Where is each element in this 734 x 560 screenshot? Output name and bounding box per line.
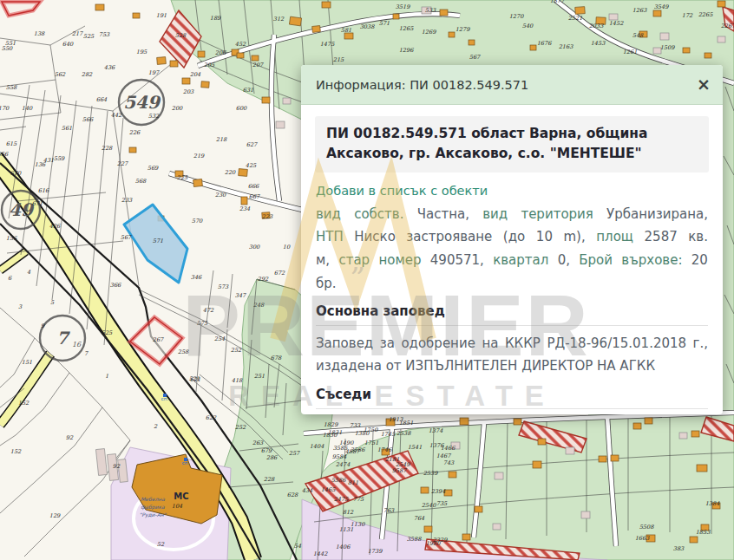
svg-text:556: 556 <box>0 151 9 158</box>
svg-text:567: 567 <box>121 234 132 241</box>
order-text: Заповед за одобрение на КККР РД-18-96/15… <box>316 333 708 378</box>
svg-text:753: 753 <box>99 31 110 38</box>
svg-text:775: 775 <box>353 496 364 503</box>
svg-text:207: 207 <box>252 62 264 68</box>
svg-text:152: 152 <box>10 448 22 455</box>
svg-text:189: 189 <box>210 15 221 22</box>
popup-header-title: Информация: ПИ 00182.549.571 <box>316 78 528 92</box>
svg-text:1980: 1980 <box>426 540 441 547</box>
detail-segment: Частна, <box>417 206 469 222</box>
svg-text:2521: 2521 <box>568 15 583 22</box>
svg-text:525: 525 <box>83 33 95 40</box>
svg-text:5586: 5586 <box>331 477 346 484</box>
svg-text:152: 152 <box>18 400 29 407</box>
svg-text:558: 558 <box>6 84 17 91</box>
detail-segment: стар номер <box>338 252 421 268</box>
svg-text:2267: 2267 <box>721 23 734 29</box>
svg-text:418: 418 <box>232 377 243 384</box>
section-heading-neighbors: Съседи <box>316 387 708 409</box>
svg-text:252: 252 <box>231 347 242 354</box>
svg-text:218: 218 <box>216 136 227 143</box>
svg-text:383: 383 <box>673 545 685 552</box>
svg-text:215: 215 <box>333 56 344 63</box>
svg-text:234: 234 <box>239 205 251 212</box>
svg-text:129: 129 <box>49 512 61 519</box>
svg-text:670: 670 <box>10 170 22 177</box>
factory-code-label: МС <box>174 492 188 501</box>
close-icon[interactable]: × <box>697 76 711 93</box>
svg-text:452: 452 <box>235 41 246 48</box>
svg-text:627: 627 <box>246 141 258 148</box>
svg-text:204: 204 <box>190 71 201 78</box>
detail-segment: 0, <box>558 252 570 268</box>
svg-text:2265: 2265 <box>698 11 713 18</box>
parcel-details: вид собств. Частна, вид територия Урбани… <box>316 203 708 296</box>
svg-text:2163: 2163 <box>559 43 573 50</box>
svg-text:1442: 1442 <box>313 550 328 557</box>
svg-text:233: 233 <box>121 197 133 204</box>
svg-text:743: 743 <box>443 459 455 466</box>
add-to-list-link[interactable]: Добави в списък с обекти <box>316 184 488 198</box>
svg-text:1404: 1404 <box>310 443 324 450</box>
svg-text:442: 442 <box>111 112 122 119</box>
svg-text:1853: 1853 <box>696 529 711 536</box>
svg-text:426: 426 <box>49 223 61 230</box>
svg-text:1745: 1745 <box>381 431 396 438</box>
svg-text:1466: 1466 <box>441 445 455 452</box>
svg-text:1: 1 <box>105 373 108 380</box>
parcel-title: ПИ 00182.549.571 област Варна, община Ак… <box>315 116 709 173</box>
svg-text:1851: 1851 <box>399 420 414 427</box>
svg-text:616: 616 <box>38 187 49 194</box>
svg-text:811: 811 <box>348 479 358 486</box>
detail-segment: вид собств. <box>316 206 403 222</box>
svg-text:104: 104 <box>172 503 183 510</box>
svg-text:172: 172 <box>682 12 693 19</box>
svg-text:92: 92 <box>113 463 121 470</box>
svg-text:300: 300 <box>249 244 260 251</box>
svg-text:559: 559 <box>54 155 65 162</box>
svg-text:2475: 2475 <box>334 496 349 503</box>
svg-text:2539: 2539 <box>423 470 438 477</box>
svg-text:573: 573 <box>218 283 229 290</box>
svg-text:366: 366 <box>110 282 121 289</box>
svg-text:228: 228 <box>264 476 275 483</box>
factory-name-label: Мебелнафабрика"Руди-Ан" <box>140 496 167 518</box>
svg-text:566: 566 <box>82 116 94 123</box>
svg-text:286: 286 <box>266 454 278 461</box>
svg-text:251: 251 <box>254 373 265 380</box>
svg-text:2394: 2394 <box>431 488 446 495</box>
detail-segment: вид територия <box>482 206 593 222</box>
svg-text:203: 203 <box>183 88 194 95</box>
svg-text:548: 548 <box>632 32 644 39</box>
svg-text:195: 195 <box>136 49 147 55</box>
svg-text:3519: 3519 <box>396 3 410 10</box>
svg-text:151: 151 <box>22 359 32 366</box>
cadastre-map-app: 54949716 5511385506402175257535622824365… <box>0 0 734 560</box>
svg-text:763: 763 <box>383 507 395 514</box>
svg-text:1750: 1750 <box>364 427 378 433</box>
svg-text:200: 200 <box>172 105 183 112</box>
svg-text:562: 562 <box>55 71 66 78</box>
svg-text:568: 568 <box>135 178 147 185</box>
svg-text:292: 292 <box>258 276 269 283</box>
svg-text:571: 571 <box>379 20 390 27</box>
svg-text:664: 664 <box>96 96 108 103</box>
svg-text:223: 223 <box>262 213 273 220</box>
svg-text:549: 549 <box>123 92 161 113</box>
svg-text:2538: 2538 <box>396 430 411 437</box>
svg-text:631: 631 <box>243 87 253 94</box>
svg-text:1676: 1676 <box>537 40 552 47</box>
svg-text:3588: 3588 <box>407 536 422 543</box>
detail-segment: 490571, <box>430 252 484 268</box>
svg-text:425: 425 <box>246 162 257 169</box>
svg-text:9587: 9587 <box>392 467 407 474</box>
svg-text:571: 571 <box>153 238 163 244</box>
svg-text:533: 533 <box>425 7 436 14</box>
svg-text:сп.: сп. <box>182 460 190 466</box>
svg-text:228: 228 <box>102 145 113 152</box>
svg-text:567: 567 <box>469 54 481 61</box>
svg-text:156: 156 <box>6 235 17 242</box>
svg-text:1296: 1296 <box>399 47 414 54</box>
svg-text:1829: 1829 <box>324 421 338 428</box>
svg-text:600: 600 <box>236 105 247 112</box>
